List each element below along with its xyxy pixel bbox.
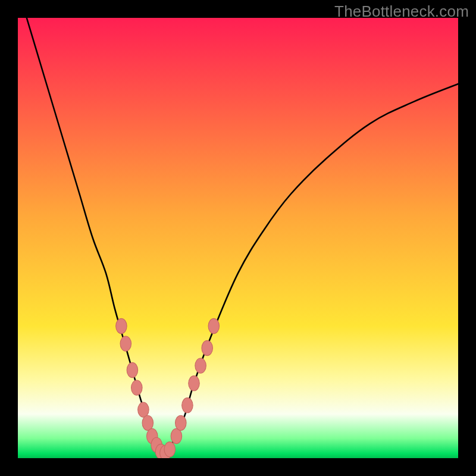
marker-point: [195, 358, 206, 373]
marker-point: [131, 380, 143, 395]
marker-point: [120, 336, 131, 351]
marker-point: [202, 340, 213, 355]
marker-point: [171, 428, 182, 443]
marker-point: [116, 318, 127, 333]
watermark-text: TheBottleneck.com: [334, 2, 469, 21]
marker-point: [208, 318, 220, 333]
chart-frame: TheBottleneck.com: [0, 0, 476, 476]
marker-point: [127, 362, 138, 377]
marker-point: [189, 376, 200, 391]
marker-point: [164, 442, 176, 457]
data-markers: [18, 18, 458, 458]
marker-point: [182, 398, 193, 413]
marker-point: [142, 415, 153, 430]
plot-area: [18, 18, 458, 458]
marker-point: [176, 415, 187, 430]
marker-point: [138, 402, 149, 417]
